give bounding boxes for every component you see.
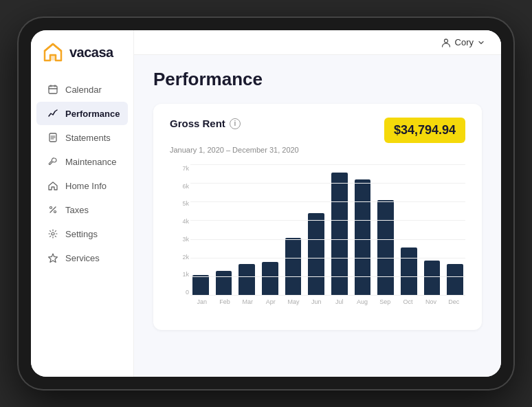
calendar-label: Calendar: [65, 85, 102, 95]
svg-point-5: [54, 211, 56, 213]
x-labels: JanFebMarAprMayJunJulAugSepOctNovDec: [170, 298, 465, 305]
x-axis-label: Jul: [328, 298, 351, 305]
y-axis-label: 0: [170, 289, 189, 296]
maintenance-label: Maintenance: [65, 157, 116, 167]
bar-col: [260, 165, 280, 296]
sidebar-item-performance[interactable]: Performance: [36, 102, 128, 125]
vacasa-logo-icon: [42, 41, 64, 63]
bar-col: [329, 165, 350, 296]
app-name: vacasa: [69, 45, 113, 60]
bar[interactable]: [239, 264, 255, 296]
bar-col: [214, 165, 234, 296]
sidebar-item-calendar[interactable]: Calendar: [36, 78, 128, 101]
bar-col: [445, 165, 465, 296]
bar[interactable]: [447, 264, 463, 296]
chart-area: 01k2k3k4k5k6k7k: [170, 165, 465, 296]
sidebar-item-home-info[interactable]: Home Info: [36, 174, 128, 197]
bar[interactable]: [192, 275, 209, 296]
bar[interactable]: [262, 262, 278, 296]
y-axis-label: 7k: [170, 165, 189, 172]
chart-icon: [47, 108, 58, 119]
bar-col: [190, 165, 211, 296]
statements-label: Statements: [65, 133, 111, 143]
chart-card: Gross Rent i $34,794.94 January 1, 2020 …: [153, 104, 482, 330]
bar[interactable]: [377, 200, 394, 296]
tablet-screen: vacasa Calendar: [31, 30, 501, 377]
y-axis-label: 5k: [170, 200, 189, 207]
x-axis-label: Dec: [443, 298, 465, 305]
performance-label: Performance: [65, 109, 120, 119]
x-axis-label: Mar: [236, 298, 259, 305]
y-axis-label: 2k: [170, 254, 189, 261]
bar-col: [399, 165, 419, 296]
sidebar-item-services[interactable]: Services: [36, 246, 128, 270]
wrench-icon: [47, 156, 58, 167]
svg-point-8: [444, 39, 447, 43]
percent-icon: [47, 204, 58, 215]
bar-col: [353, 165, 373, 296]
y-axis-label: 4k: [170, 218, 189, 225]
amount-badge: $34,794.94: [384, 118, 465, 143]
sidebar: vacasa Calendar: [31, 30, 134, 377]
chart-header: Gross Rent i $34,794.94: [170, 118, 465, 143]
bar[interactable]: [331, 173, 348, 296]
home-icon: [47, 180, 58, 191]
x-axis-label: Apr: [259, 298, 282, 305]
chart-container: 01k2k3k4k5k6k7k JanFebMarAprMayJunJulAug…: [170, 165, 465, 316]
gear-icon: [47, 228, 58, 239]
bar-col: [306, 165, 326, 296]
logo-area: vacasa: [31, 41, 133, 77]
x-axis-label: May: [282, 298, 304, 305]
sidebar-nav: Calendar Performance: [31, 77, 133, 270]
svg-rect-2: [49, 86, 57, 94]
taxes-label: Taxes: [65, 205, 89, 215]
user-area: Cory: [441, 37, 485, 47]
bar[interactable]: [308, 213, 324, 296]
page-title: Performance: [153, 69, 482, 90]
page-body: Performance Gross Rent i $34,794.94 Janu…: [134, 55, 501, 377]
top-bar: Cory: [134, 30, 501, 55]
home-info-label: Home Info: [65, 181, 107, 191]
sidebar-item-statements[interactable]: Statements: [36, 126, 128, 149]
user-icon: [441, 38, 451, 47]
x-axis-label: Feb: [213, 298, 236, 305]
svg-point-6: [52, 232, 54, 235]
bar[interactable]: [216, 271, 232, 296]
svg-point-4: [50, 207, 52, 209]
x-axis-label: Jun: [305, 298, 328, 305]
section-label: Gross Rent: [170, 118, 225, 129]
settings-label: Settings: [65, 229, 98, 239]
document-icon: [47, 132, 58, 143]
bar-col: [236, 165, 257, 296]
y-axis-label: 3k: [170, 236, 189, 243]
bar-col: [283, 165, 304, 296]
bar[interactable]: [424, 261, 441, 296]
bar[interactable]: [285, 238, 302, 296]
star-icon: [47, 252, 58, 263]
chevron-down-icon[interactable]: [478, 39, 485, 46]
x-axis-label: Jan: [190, 298, 213, 305]
bar-col: [422, 165, 443, 296]
sidebar-item-taxes[interactable]: Taxes: [36, 198, 128, 221]
app-layout: vacasa Calendar: [31, 30, 501, 377]
user-name: Cory: [455, 37, 474, 47]
x-axis-label: Nov: [419, 298, 442, 305]
x-axis-label: Sep: [374, 298, 397, 305]
gross-rent-label: Gross Rent i: [170, 118, 241, 129]
svg-marker-7: [49, 254, 58, 263]
main-content: Cory Performance Gross Rent i: [134, 30, 501, 377]
sidebar-item-maintenance[interactable]: Maintenance: [36, 150, 128, 173]
calendar-icon: [47, 84, 58, 95]
x-axis-label: Aug: [351, 298, 373, 305]
bar[interactable]: [401, 248, 417, 296]
svg-rect-1: [50, 55, 56, 60]
services-label: Services: [65, 253, 100, 263]
sidebar-item-settings[interactable]: Settings: [36, 222, 128, 245]
bar[interactable]: [355, 179, 371, 296]
date-range: January 1, 2020 – December 31, 2020: [170, 146, 465, 154]
bars-group: [190, 165, 465, 296]
y-axis-label: 6k: [170, 183, 189, 190]
y-axis: 01k2k3k4k5k6k7k: [170, 165, 189, 296]
info-icon[interactable]: i: [230, 118, 241, 129]
tablet-frame: vacasa Calendar: [19, 18, 513, 389]
